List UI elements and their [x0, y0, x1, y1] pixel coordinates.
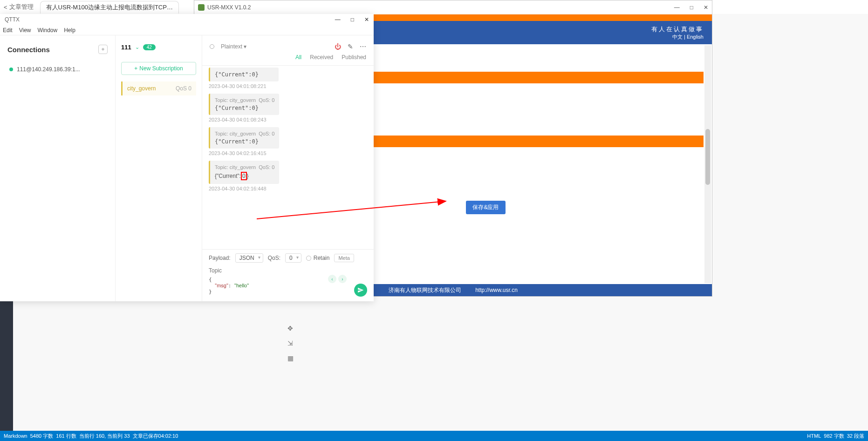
usr-footer-url[interactable]: http://www.usr.cn: [475, 287, 518, 293]
usr-footer-company: 济南有人物联网技术有限公司: [389, 286, 461, 294]
message-count-badge: 42: [143, 44, 156, 50]
send-button[interactable]: [354, 284, 367, 297]
status-html[interactable]: HTML: [807, 433, 821, 439]
more-icon[interactable]: ⋯: [360, 43, 366, 50]
add-connection-button[interactable]: +: [98, 45, 108, 54]
status-indicator: [210, 44, 214, 49]
message-timestamp: 2023-04-30 04:01:08:243: [209, 117, 367, 122]
qos-select[interactable]: 0: [285, 253, 301, 263]
payload-label: Payload:: [209, 255, 231, 261]
mqttx-close-icon[interactable]: ✕: [364, 16, 369, 23]
topic-input[interactable]: [209, 265, 367, 276]
connections-heading: Connections: [7, 46, 50, 54]
history-prev-icon[interactable]: ‹: [328, 275, 336, 283]
menu-edit[interactable]: Edit: [3, 27, 13, 34]
connection-name: 111@140.249.186.39:1...: [17, 66, 80, 73]
dock-tool-icon[interactable]: ⇲: [287, 339, 294, 347]
payload-format-select[interactable]: JSON: [235, 253, 263, 263]
filter-received[interactable]: Received: [310, 54, 333, 61]
usr-close-icon[interactable]: ✕: [704, 4, 708, 11]
status-lines: 161 行数: [56, 433, 76, 440]
subscription-topic: city_govern: [127, 85, 156, 92]
message-timestamp: 2023-04-30 04:02:16:448: [209, 186, 367, 191]
back-nav[interactable]: < 文章管理: [0, 3, 37, 11]
history-next-icon[interactable]: ›: [338, 275, 347, 283]
grid-tool-icon[interactable]: ▦: [287, 354, 294, 362]
back-label: 文章管理: [9, 3, 34, 11]
mqttx-window: QTTX — □ ✕ Edit View Window Help Connect…: [0, 14, 374, 301]
editor-float-tools: ✥ ⇲ ▦: [287, 325, 294, 362]
usr-min-icon[interactable]: —: [674, 4, 680, 11]
payload-editor[interactable]: { "msg": "hello"} ‹›: [209, 276, 367, 296]
filter-all[interactable]: All: [295, 54, 301, 61]
connection-title: 111: [121, 44, 131, 51]
mqttx-max-icon[interactable]: □: [351, 16, 354, 23]
retain-radio[interactable]: Retain: [306, 255, 330, 261]
usr-app-icon: [198, 4, 205, 11]
disconnect-icon[interactable]: ⏻: [335, 43, 341, 50]
mqttx-title-text: QTTX: [5, 16, 20, 23]
message-item: {"Current":0} 2023-04-30 04:01:08:221: [209, 68, 367, 89]
message-item: Topic: city_govern QoS: 0 {"Current":0} …: [209, 127, 367, 156]
edit-icon[interactable]: ✎: [348, 43, 353, 50]
status-markdown[interactable]: Markdown: [4, 433, 27, 439]
move-tool-icon[interactable]: ✥: [287, 325, 294, 332]
usr-title-text: USR-MXX V1.0.2: [207, 4, 251, 11]
format-select[interactable]: Plaintext ▾: [221, 43, 246, 50]
usr-slogan: 有人在认真做事: [651, 25, 704, 34]
usr-scrollbar[interactable]: [704, 45, 711, 283]
filter-published[interactable]: Published: [342, 54, 366, 61]
usr-lang-switch[interactable]: 中文 | English: [651, 34, 704, 41]
browser-tab-active[interactable]: 有人USR-M100边缘主动上报电流数据到TCP…: [40, 1, 179, 14]
message-item: Topic: city_govern QoS: 0 {"Current":0} …: [209, 161, 367, 191]
save-apply-button[interactable]: 保存&应用: [466, 201, 505, 214]
connection-status-dot: [9, 68, 13, 71]
menu-view[interactable]: View: [19, 27, 31, 34]
message-item: Topic: city_govern QoS: 0 {"Current":0} …: [209, 94, 367, 122]
message-list[interactable]: {"Current":0} 2023-04-30 04:01:08:221 To…: [202, 66, 374, 249]
qos-label: QoS:: [268, 255, 280, 261]
status-saved: 文章已保存04:02:10: [133, 433, 178, 440]
status-cursor: 当前行 160, 当前列 33: [79, 433, 130, 440]
subscription-qos: QoS 0: [176, 85, 191, 92]
new-subscription-button[interactable]: + New Subscription: [121, 62, 196, 75]
mqttx-min-icon[interactable]: —: [335, 16, 341, 23]
subscription-item[interactable]: city_govern QoS 0: [121, 81, 196, 95]
payload-value-highlight: 0: [241, 172, 247, 180]
message-timestamp: 2023-04-30 04:02:16:415: [209, 150, 367, 156]
status-para: 32 段落: [847, 433, 864, 440]
menu-help[interactable]: Help: [64, 27, 75, 34]
scrollbar-thumb[interactable]: [705, 129, 710, 185]
message-timestamp: 2023-04-30 04:01:08:221: [209, 83, 367, 89]
menu-window[interactable]: Window: [37, 27, 57, 34]
meta-button[interactable]: Meta: [334, 254, 354, 262]
status-words: 5480 字数: [30, 433, 54, 440]
usr-max-icon[interactable]: □: [690, 4, 693, 11]
chevron-down-icon[interactable]: ⌄: [135, 44, 139, 50]
connection-item[interactable]: 111@140.249.186.39:1...: [5, 62, 110, 76]
editor-statusbar: Markdown 5480 字数 161 行数 当前行 160, 当前列 33 …: [0, 431, 868, 441]
status-right-words: 982 字数: [824, 433, 844, 440]
